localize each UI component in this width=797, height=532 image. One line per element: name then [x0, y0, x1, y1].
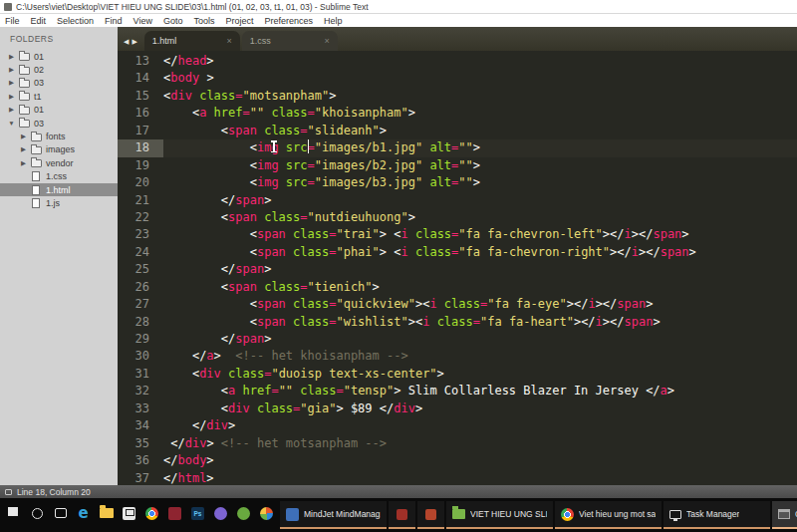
- app-purple-glyph: [214, 507, 227, 520]
- chevron-right-icon[interactable]: ▶: [8, 79, 15, 87]
- photoshop-icon[interactable]: Ps: [186, 501, 209, 525]
- menu-find[interactable]: Find: [105, 16, 123, 26]
- menu-preferences[interactable]: Preferences: [264, 16, 313, 26]
- taskbar-button-c-users-viet-deskto[interactable]: C:\Users\viet\Deskto...: [772, 501, 797, 529]
- code-line-19[interactable]: 19 <img src="images/b2.jpg" alt="">: [118, 157, 797, 174]
- tree-folder-vendor[interactable]: ▶vendor: [0, 156, 118, 169]
- code-line-18[interactable]: 18 <img src="images/b1.jpg" alt="">: [118, 139, 797, 156]
- code-line-28[interactable]: 28 <span class="wishlist"><i class="fa f…: [118, 314, 797, 331]
- taskbar-button-app-red-3[interactable]: [417, 501, 444, 529]
- tree-folder-03[interactable]: ▶03: [0, 77, 118, 90]
- code-line-text: <img src="images/b1.jpg" alt="">: [163, 139, 480, 156]
- file-explorer-glyph: [100, 508, 114, 518]
- tree-folder-03[interactable]: ▼03: [0, 117, 118, 130]
- app-red-icon[interactable]: [163, 501, 186, 525]
- close-icon[interactable]: ×: [227, 36, 232, 46]
- menu-tools[interactable]: Tools: [193, 16, 214, 26]
- code-line-17[interactable]: 17 <span class="slideanh">: [118, 123, 797, 139]
- close-icon[interactable]: ×: [325, 36, 330, 46]
- start-icon[interactable]: [3, 501, 26, 525]
- code-line-text: <img src="images/b2.jpg" alt="">: [163, 157, 480, 174]
- tree-folder-images[interactable]: ▶images: [0, 143, 118, 156]
- search-icon[interactable]: [26, 501, 49, 525]
- tree-folder-02[interactable]: ▶02: [0, 63, 118, 76]
- edge-glyph: e: [78, 507, 88, 520]
- menu-selection[interactable]: Selection: [57, 16, 94, 26]
- code-line-26[interactable]: 26 <span class="tienich">: [118, 279, 797, 296]
- menu-file[interactable]: File: [5, 16, 20, 26]
- taskbar-button-viet-hieu-ung-slid[interactable]: VIET HIEU UNG SLID...: [446, 501, 553, 529]
- line-number: 23: [118, 226, 163, 243]
- store-icon[interactable]: [118, 501, 140, 525]
- chevron-right-icon[interactable]: ▶: [8, 93, 15, 101]
- tab-nav-right-icon[interactable]: ▶: [132, 38, 136, 45]
- menu-goto[interactable]: Goto: [163, 16, 183, 26]
- tab-1.html[interactable]: 1.html×: [144, 31, 240, 51]
- code-line-text: </span>: [163, 261, 271, 278]
- code-line-14[interactable]: 14<body >: [118, 70, 797, 87]
- code-line-23[interactable]: 23 <span class="trai"> <i class="fa fa-c…: [118, 226, 797, 243]
- file-explorer-icon[interactable]: [95, 501, 118, 525]
- taskbar-button-app-red-2[interactable]: [389, 501, 415, 529]
- edge-icon[interactable]: e: [72, 501, 95, 525]
- photos-pinwheel-icon[interactable]: [255, 501, 278, 525]
- tab-1.css[interactable]: 1.css×: [242, 31, 338, 51]
- code-line-37[interactable]: 37</html>: [118, 470, 797, 486]
- taskbar-button-task-manager[interactable]: Task Manager: [664, 501, 770, 529]
- code-line-13[interactable]: 13</head>: [118, 53, 797, 70]
- app-green-icon[interactable]: [232, 501, 255, 525]
- menu-help[interactable]: Help: [324, 16, 343, 26]
- taskbar-button-viet-hieu-ung-mot-sa[interactable]: Viet hieu ung mot sa...: [555, 501, 662, 529]
- tree-folder-fonts[interactable]: ▶fonts: [0, 130, 118, 142]
- line-number: 14: [118, 70, 163, 87]
- chevron-down-icon[interactable]: ▼: [8, 120, 15, 127]
- code-area[interactable]: 13</head>14<body >15<div class="motsanph…: [118, 51, 797, 485]
- chevron-right-icon[interactable]: ▶: [8, 106, 15, 114]
- file-icon: [32, 198, 40, 208]
- chevron-right-icon[interactable]: ▶: [8, 53, 15, 61]
- chevron-right-icon[interactable]: ▶: [20, 145, 27, 153]
- taskbar-button-mindjet-mindmanag[interactable]: MindJet MindManag...: [280, 501, 387, 529]
- app-red-3-icon: [425, 509, 436, 520]
- code-line-20[interactable]: 20 <img src="images/b3.jpg" alt="">: [118, 174, 797, 191]
- code-line-30[interactable]: 30 </a> <!-- het khoisanpham -->: [118, 348, 797, 365]
- code-line-15[interactable]: 15<div class="motsanpham">: [118, 88, 797, 105]
- tab-nav-left-icon[interactable]: ◀: [124, 38, 129, 45]
- code-line-29[interactable]: 29 </span>: [118, 331, 797, 348]
- code-line-33[interactable]: 33 <div class="gia"> $89 </div>: [118, 400, 797, 417]
- code-line-35[interactable]: 35 </div> <!-- het motsanpham -->: [118, 435, 797, 452]
- code-line-22[interactable]: 22 <span class="nutdieuhuong">: [118, 209, 797, 226]
- code-line-21[interactable]: 21 </span>: [118, 192, 797, 209]
- menu-view[interactable]: View: [133, 16, 152, 26]
- tree-item-label: vendor: [46, 158, 74, 168]
- task-view-icon[interactable]: [49, 501, 72, 525]
- code-line-16[interactable]: 16 <a href="" class="khoisanpham">: [118, 105, 797, 122]
- chrome-icon[interactable]: [140, 501, 163, 525]
- taskbar-button-label: VIET HIEU UNG SLID...: [470, 509, 547, 519]
- code-line-36[interactable]: 36</body>: [118, 452, 797, 469]
- menu-project[interactable]: Project: [225, 16, 253, 26]
- chevron-right-icon[interactable]: ▶: [8, 66, 15, 74]
- code-line-27[interactable]: 27 <span class="quickview"><i class="fa …: [118, 296, 797, 313]
- app-purple-icon[interactable]: [209, 501, 232, 525]
- tab-nav-arrows: ◀ ▶: [124, 38, 137, 45]
- menu-edit[interactable]: Edit: [31, 16, 47, 26]
- tree-folder-01[interactable]: ▶01: [0, 104, 118, 117]
- code-line-31[interactable]: 31 <div class="duoisp text-xs-center">: [118, 366, 797, 383]
- mouse-ibeam-cursor: [273, 140, 275, 152]
- code-line-34[interactable]: 34 </div>: [118, 417, 797, 434]
- tree-file-1.css[interactable]: 1.css: [0, 170, 118, 183]
- folder-icon: [31, 159, 42, 167]
- tree-file-1.js[interactable]: 1.js: [0, 196, 118, 209]
- title-bar: C:\Users\viet\Desktop\VIET HIEU UNG SLID…: [0, 0, 797, 14]
- tree-folder-01[interactable]: ▶01: [0, 50, 118, 63]
- code-line-text: </span>: [163, 192, 271, 209]
- line-number: 34: [118, 417, 163, 434]
- chevron-right-icon[interactable]: ▶: [20, 133, 27, 140]
- code-line-32[interactable]: 32 <a href="" class="tensp"> Slim Collar…: [118, 383, 797, 399]
- chevron-right-icon[interactable]: ▶: [20, 159, 27, 167]
- tree-folder-t1[interactable]: ▶t1: [0, 90, 118, 103]
- code-line-25[interactable]: 25 </span>: [118, 261, 797, 278]
- tree-file-1.html[interactable]: 1.html: [0, 183, 118, 196]
- code-line-24[interactable]: 24 <span class="phai"> <i class="fa fa-c…: [118, 244, 797, 261]
